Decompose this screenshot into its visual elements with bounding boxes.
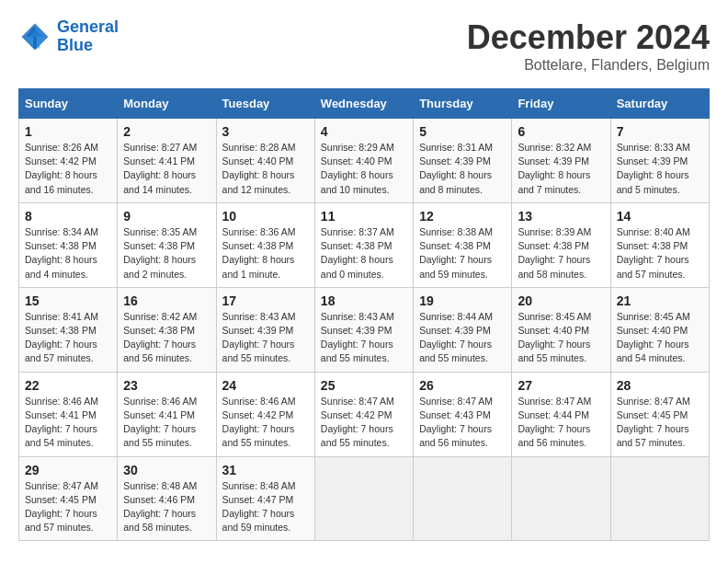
logo-line1: General: [57, 17, 119, 36]
logo: General Blue: [18, 18, 119, 55]
day-number: 11: [321, 209, 407, 224]
day-number: 20: [518, 293, 604, 308]
day-number: 26: [419, 378, 506, 393]
calendar-header-row: SundayMondayTuesdayWednesdayThursdayFrid…: [19, 89, 710, 119]
day-number: 29: [25, 463, 111, 477]
calendar-cell: 10Sunrise: 8:36 AM Sunset: 4:38 PM Dayli…: [216, 202, 314, 287]
calendar-cell: 26Sunrise: 8:47 AM Sunset: 4:43 PM Dayli…: [414, 372, 512, 456]
day-number: 7: [617, 124, 703, 139]
calendar-cell: 17Sunrise: 8:43 AM Sunset: 4:39 PM Dayli…: [216, 287, 314, 372]
day-number: 30: [123, 463, 210, 477]
day-number: 27: [518, 378, 604, 393]
day-number: 9: [123, 209, 210, 224]
column-header-friday: Friday: [512, 89, 610, 119]
logo-line2: Blue: [57, 36, 93, 54]
column-header-thursday: Thursday: [414, 89, 512, 119]
day-number: 22: [25, 378, 111, 393]
calendar-cell: 9Sunrise: 8:35 AM Sunset: 4:38 PM Daylig…: [118, 202, 216, 287]
calendar-cell: 12Sunrise: 8:38 AM Sunset: 4:38 PM Dayli…: [414, 202, 512, 287]
column-header-sunday: Sunday: [19, 89, 118, 119]
calendar-cell: 30Sunrise: 8:48 AM Sunset: 4:46 PM Dayli…: [118, 456, 216, 541]
calendar-cell: 31Sunrise: 8:48 AM Sunset: 4:47 PM Dayli…: [216, 456, 314, 541]
day-info: Sunrise: 8:28 AM Sunset: 4:40 PM Dayligh…: [222, 141, 309, 197]
day-number: 24: [222, 378, 309, 393]
day-number: 19: [419, 293, 506, 308]
calendar-cell: 15Sunrise: 8:41 AM Sunset: 4:38 PM Dayli…: [19, 287, 118, 372]
day-info: Sunrise: 8:34 AM Sunset: 4:38 PM Dayligh…: [25, 225, 111, 282]
day-info: Sunrise: 8:31 AM Sunset: 4:39 PM Dayligh…: [419, 141, 506, 197]
week-row-3: 15Sunrise: 8:41 AM Sunset: 4:38 PM Dayli…: [19, 287, 710, 372]
location-subtitle: Bottelare, Flanders, Belgium: [467, 57, 710, 74]
day-info: Sunrise: 8:35 AM Sunset: 4:38 PM Dayligh…: [123, 225, 210, 282]
day-number: 31: [222, 463, 309, 477]
day-info: Sunrise: 8:38 AM Sunset: 4:38 PM Dayligh…: [419, 225, 506, 282]
day-info: Sunrise: 8:36 AM Sunset: 4:38 PM Dayligh…: [222, 225, 309, 282]
day-info: Sunrise: 8:44 AM Sunset: 4:39 PM Dayligh…: [419, 310, 506, 366]
calendar-cell: [512, 456, 610, 541]
day-number: 17: [222, 293, 309, 308]
calendar-cell: [414, 456, 512, 541]
calendar-cell: 14Sunrise: 8:40 AM Sunset: 4:38 PM Dayli…: [610, 202, 709, 287]
calendar-cell: 13Sunrise: 8:39 AM Sunset: 4:38 PM Dayli…: [512, 202, 610, 287]
day-info: Sunrise: 8:47 AM Sunset: 4:44 PM Dayligh…: [518, 395, 604, 451]
day-number: 14: [617, 209, 703, 224]
calendar-cell: 22Sunrise: 8:46 AM Sunset: 4:41 PM Dayli…: [19, 372, 118, 456]
day-info: Sunrise: 8:40 AM Sunset: 4:38 PM Dayligh…: [617, 225, 703, 282]
day-number: 13: [518, 209, 604, 224]
day-number: 28: [617, 378, 703, 393]
day-number: 25: [321, 378, 407, 393]
calendar-cell: 6Sunrise: 8:32 AM Sunset: 4:39 PM Daylig…: [512, 119, 610, 203]
week-row-4: 22Sunrise: 8:46 AM Sunset: 4:41 PM Dayli…: [19, 372, 710, 456]
calendar-cell: 8Sunrise: 8:34 AM Sunset: 4:38 PM Daylig…: [19, 202, 118, 287]
calendar-cell: 2Sunrise: 8:27 AM Sunset: 4:41 PM Daylig…: [118, 119, 216, 203]
day-number: 4: [321, 124, 407, 139]
day-number: 18: [321, 293, 407, 308]
page-header: General Blue December 2024 Bottelare, Fl…: [18, 18, 710, 74]
day-info: Sunrise: 8:47 AM Sunset: 4:45 PM Dayligh…: [617, 395, 703, 451]
day-info: Sunrise: 8:47 AM Sunset: 4:42 PM Dayligh…: [321, 395, 407, 451]
day-info: Sunrise: 8:37 AM Sunset: 4:38 PM Dayligh…: [321, 225, 407, 282]
day-number: 16: [123, 293, 210, 308]
calendar-cell: 28Sunrise: 8:47 AM Sunset: 4:45 PM Dayli…: [610, 372, 709, 456]
calendar-cell: 4Sunrise: 8:29 AM Sunset: 4:40 PM Daylig…: [314, 119, 413, 203]
day-info: Sunrise: 8:47 AM Sunset: 4:45 PM Dayligh…: [25, 479, 111, 535]
calendar-cell: 20Sunrise: 8:45 AM Sunset: 4:40 PM Dayli…: [512, 287, 610, 372]
day-number: 23: [123, 378, 210, 393]
week-row-1: 1Sunrise: 8:26 AM Sunset: 4:42 PM Daylig…: [19, 119, 710, 203]
calendar-cell: 18Sunrise: 8:43 AM Sunset: 4:39 PM Dayli…: [314, 287, 413, 372]
day-number: 21: [617, 293, 703, 308]
day-info: Sunrise: 8:26 AM Sunset: 4:42 PM Dayligh…: [25, 141, 111, 197]
day-number: 2: [123, 124, 210, 139]
calendar-cell: 24Sunrise: 8:46 AM Sunset: 4:42 PM Dayli…: [216, 372, 314, 456]
day-info: Sunrise: 8:29 AM Sunset: 4:40 PM Dayligh…: [321, 141, 407, 197]
calendar-cell: 21Sunrise: 8:45 AM Sunset: 4:40 PM Dayli…: [610, 287, 709, 372]
day-info: Sunrise: 8:46 AM Sunset: 4:41 PM Dayligh…: [123, 395, 210, 451]
month-title: December 2024: [467, 18, 710, 57]
day-number: 15: [25, 293, 111, 308]
calendar-cell: 7Sunrise: 8:33 AM Sunset: 4:39 PM Daylig…: [610, 119, 709, 203]
day-info: Sunrise: 8:39 AM Sunset: 4:38 PM Dayligh…: [518, 225, 604, 282]
calendar-cell: 19Sunrise: 8:44 AM Sunset: 4:39 PM Dayli…: [414, 287, 512, 372]
calendar-table: SundayMondayTuesdayWednesdayThursdayFrid…: [18, 88, 710, 541]
calendar-cell: 3Sunrise: 8:28 AM Sunset: 4:40 PM Daylig…: [216, 119, 314, 203]
day-info: Sunrise: 8:33 AM Sunset: 4:39 PM Dayligh…: [617, 141, 703, 197]
calendar-cell: 5Sunrise: 8:31 AM Sunset: 4:39 PM Daylig…: [414, 119, 512, 203]
calendar-cell: [610, 456, 709, 541]
calendar-cell: 25Sunrise: 8:47 AM Sunset: 4:42 PM Dayli…: [314, 372, 413, 456]
week-row-2: 8Sunrise: 8:34 AM Sunset: 4:38 PM Daylig…: [19, 202, 710, 287]
day-info: Sunrise: 8:48 AM Sunset: 4:47 PM Dayligh…: [222, 479, 309, 535]
column-header-tuesday: Tuesday: [216, 89, 314, 119]
calendar-cell: 27Sunrise: 8:47 AM Sunset: 4:44 PM Dayli…: [512, 372, 610, 456]
day-info: Sunrise: 8:48 AM Sunset: 4:46 PM Dayligh…: [123, 479, 210, 535]
calendar-cell: [314, 456, 413, 541]
day-info: Sunrise: 8:27 AM Sunset: 4:41 PM Dayligh…: [123, 141, 210, 197]
title-area: December 2024 Bottelare, Flanders, Belgi…: [467, 18, 710, 74]
day-info: Sunrise: 8:46 AM Sunset: 4:42 PM Dayligh…: [222, 395, 309, 451]
day-info: Sunrise: 8:42 AM Sunset: 4:38 PM Dayligh…: [123, 310, 210, 366]
day-info: Sunrise: 8:45 AM Sunset: 4:40 PM Dayligh…: [518, 310, 604, 366]
calendar-cell: 29Sunrise: 8:47 AM Sunset: 4:45 PM Dayli…: [19, 456, 118, 541]
logo-icon: [18, 20, 51, 53]
week-row-5: 29Sunrise: 8:47 AM Sunset: 4:45 PM Dayli…: [19, 456, 710, 541]
calendar-cell: 16Sunrise: 8:42 AM Sunset: 4:38 PM Dayli…: [118, 287, 216, 372]
day-info: Sunrise: 8:32 AM Sunset: 4:39 PM Dayligh…: [518, 141, 604, 197]
